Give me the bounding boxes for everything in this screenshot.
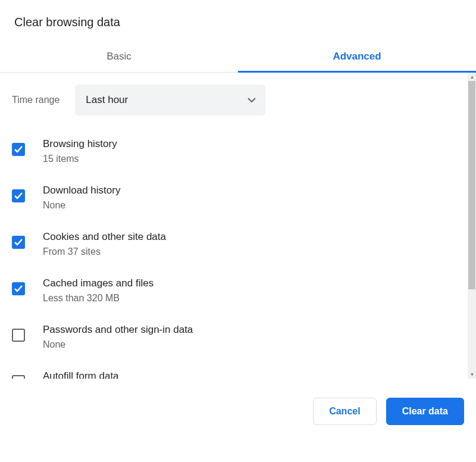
item-subtext: From 37 sites [43, 246, 166, 257]
item-title: Browsing history [43, 138, 117, 150]
item-download-history: Download history None [12, 179, 456, 225]
panel-wrap: Time range Last hour Browsing history 15… [0, 73, 476, 379]
advanced-panel: Time range Last hour Browsing history 15… [0, 73, 468, 379]
dialog-title: Clear browsing data [0, 0, 476, 42]
scroll-up-icon[interactable]: ▴ [468, 73, 476, 81]
item-title: Cookies and other site data [43, 231, 166, 243]
item-title: Download history [43, 185, 120, 196]
time-range-value: Last hour [86, 94, 128, 106]
checkbox-cookies[interactable] [12, 236, 25, 249]
item-subtext: Less than 320 MB [43, 293, 154, 304]
checkbox-download-history[interactable] [12, 189, 25, 202]
item-subtext: 15 items [43, 154, 117, 164]
item-cookies: Cookies and other site data From 37 site… [12, 225, 456, 271]
checkbox-cached[interactable] [12, 282, 25, 295]
tabs: Basic Advanced [0, 42, 476, 73]
dialog-footer: Cancel Clear data [313, 398, 464, 425]
checkbox-autofill[interactable] [12, 375, 25, 379]
clear-browsing-data-dialog: Clear browsing data Basic Advanced Time … [0, 0, 476, 379]
scroll-down-icon[interactable]: ▾ [468, 370, 476, 379]
item-subtext: None [43, 339, 193, 350]
checkbox-browsing-history[interactable] [12, 143, 25, 156]
tab-basic[interactable]: Basic [0, 42, 238, 72]
item-cached: Cached images and files Less than 320 MB [12, 271, 456, 318]
item-title: Passwords and other sign-in data [43, 324, 193, 336]
item-autofill: Autofill form data [12, 364, 456, 379]
item-browsing-history: Browsing history 15 items [12, 132, 456, 179]
item-passwords: Passwords and other sign-in data None [12, 318, 456, 364]
item-title: Autofill form data [43, 370, 119, 379]
item-subtext: None [43, 200, 120, 211]
cancel-button[interactable]: Cancel [313, 398, 376, 425]
tab-advanced[interactable]: Advanced [238, 42, 476, 72]
items-list: Browsing history 15 items Download histo… [12, 132, 456, 379]
clear-data-button[interactable]: Clear data [386, 398, 464, 425]
scrollbar[interactable]: ▴ ▾ [468, 73, 476, 379]
time-range-row: Time range Last hour [12, 85, 456, 116]
item-title: Cached images and files [43, 277, 154, 289]
checkbox-passwords[interactable] [12, 329, 25, 342]
scrollbar-thumb[interactable] [468, 81, 475, 289]
time-range-label: Time range [12, 95, 60, 105]
caret-down-icon [248, 98, 256, 102]
time-range-select[interactable]: Last hour [75, 85, 265, 116]
